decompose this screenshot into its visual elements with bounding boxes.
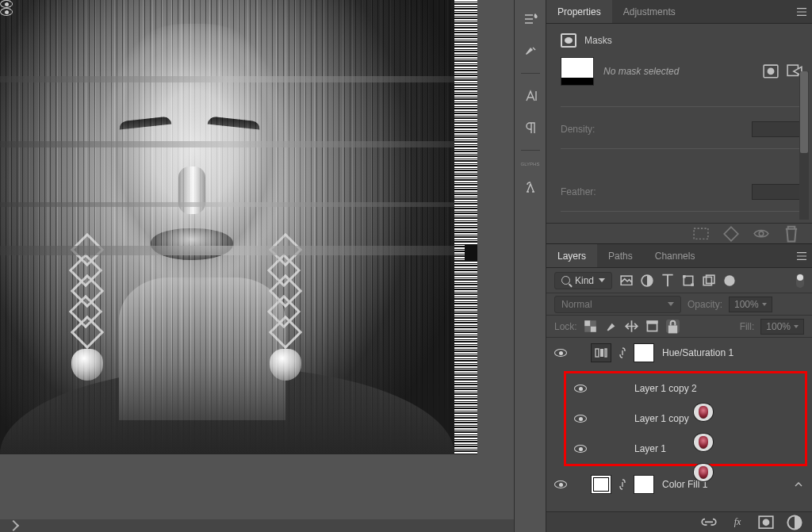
opacity-value-input[interactable]: 100% — [729, 297, 772, 312]
layer-row[interactable]: Color Fill 1 — [546, 469, 812, 499]
brush-settings-icon[interactable] — [519, 8, 542, 30]
svg-rect-15 — [590, 320, 596, 326]
chevron-down-icon — [599, 278, 605, 282]
lock-all-icon[interactable] — [666, 320, 680, 333]
panel-menu-icon[interactable] — [791, 0, 812, 23]
tab-paths[interactable]: Paths — [597, 244, 644, 267]
chevron-down-icon — [668, 302, 674, 306]
svg-rect-17 — [647, 323, 657, 331]
tab-adjustments[interactable]: Adjustments — [612, 0, 687, 23]
svg-rect-19 — [668, 325, 677, 333]
feather-value[interactable] — [752, 184, 802, 200]
tab-layers[interactable]: Layers — [546, 244, 597, 267]
filter-pixel-layers-icon[interactable] — [620, 274, 633, 287]
load-selection-from-mask-icon[interactable] — [693, 227, 709, 241]
filter-shape-layers-icon[interactable] — [682, 274, 695, 287]
search-icon — [561, 276, 570, 285]
add-layer-mask-icon[interactable] — [758, 515, 774, 530]
density-value[interactable] — [752, 121, 802, 137]
svg-rect-22 — [605, 349, 607, 357]
properties-scrollbar[interactable] — [799, 71, 809, 220]
layer-name: Layer 1 — [634, 443, 666, 454]
lock-label: Lock: — [554, 321, 577, 332]
layer-thumb — [693, 403, 714, 422]
layer-mask-thumb[interactable] — [634, 343, 654, 362]
filter-artboard-icon[interactable] — [723, 274, 736, 287]
canvas-right-margin-noise — [454, 0, 477, 454]
link-layers-icon[interactable] — [701, 515, 717, 530]
layer-list: Hue/Saturation 1 Layer 1 copy 2 Layer 1 … — [546, 338, 812, 511]
link-mask-icon[interactable] — [619, 347, 626, 358]
svg-rect-14 — [590, 327, 596, 332]
layer-row[interactable]: Layer 1 copy 2 — [566, 373, 805, 404]
svg-rect-8 — [683, 275, 685, 277]
disable-mask-icon[interactable] — [753, 227, 769, 241]
right-panel-column: Properties Adjustments Masks No mask sel… — [546, 0, 812, 532]
tab-channels[interactable]: Channels — [644, 244, 707, 267]
glyphs-panel-label: GLYPHS — [521, 162, 540, 167]
paragraph-panel-icon[interactable] — [519, 117, 542, 139]
layer-row[interactable]: Layer 1 copy — [566, 404, 805, 434]
document-image — [0, 0, 454, 454]
apply-mask-icon[interactable] — [723, 227, 739, 241]
layer-filter-toggle[interactable] — [796, 274, 804, 288]
visibility-eye-icon[interactable] — [574, 385, 587, 392]
visibility-eye-icon[interactable] — [574, 415, 587, 423]
svg-point-12 — [724, 275, 734, 285]
svg-point-4 — [759, 232, 764, 236]
glyphs-panel-icon[interactable] — [519, 177, 542, 199]
document-canvas[interactable] — [0, 0, 477, 454]
layer-style-icon[interactable]: fx — [730, 515, 745, 530]
svg-rect-18 — [646, 320, 658, 323]
opacity-label: Opacity: — [688, 299, 722, 310]
layer-filter-kind-dropdown[interactable]: Kind — [554, 272, 612, 289]
density-label: Density: — [561, 124, 595, 135]
tab-properties[interactable]: Properties — [546, 0, 612, 23]
chevron-right-icon[interactable] — [8, 520, 19, 531]
lock-artboard-nesting-icon[interactable] — [645, 320, 659, 333]
svg-point-24 — [763, 519, 770, 526]
layer-thumb — [693, 463, 714, 482]
visibility-eye-icon[interactable] — [574, 445, 587, 453]
svg-rect-13 — [584, 320, 590, 326]
svg-rect-20 — [596, 349, 599, 357]
feather-label: Feather: — [561, 186, 596, 197]
layer-filter-kind-label: Kind — [575, 275, 594, 286]
blend-mode-dropdown[interactable]: Normal — [554, 296, 681, 313]
panel-menu-icon[interactable] — [791, 244, 812, 267]
layer-mask-thumb[interactable] — [634, 475, 654, 494]
visibility-eye-icon[interactable] — [554, 480, 567, 488]
layer-name: Layer 1 copy — [634, 413, 689, 424]
layer-row[interactable]: Layer 1 — [566, 434, 805, 464]
visibility-eye-icon[interactable] — [554, 349, 567, 357]
lock-transparent-pixels-icon[interactable] — [584, 320, 597, 333]
mask-preview-thumb — [561, 57, 594, 86]
no-mask-selected-text: No mask selected — [603, 66, 679, 77]
masks-section-label: Masks — [584, 35, 612, 46]
highlighted-layer-group: Layer 1 copy 2 Layer 1 copy Layer 1 — [564, 371, 807, 466]
add-pixel-mask-icon[interactable] — [763, 64, 779, 78]
layer-row[interactable]: Hue/Saturation 1 — [546, 338, 812, 368]
layer-collapse-icon[interactable] — [793, 479, 804, 490]
filter-adjustment-layers-icon[interactable] — [641, 274, 653, 287]
link-mask-icon[interactable] — [619, 479, 626, 490]
layer-name: Hue/Saturation 1 — [662, 347, 733, 358]
horizontal-scrollbar[interactable] — [0, 519, 514, 532]
layer-name: Layer 1 copy 2 — [634, 383, 697, 394]
blend-mode-value: Normal — [561, 299, 592, 310]
fill-layer-thumb — [591, 475, 611, 494]
mask-type-icon — [561, 33, 576, 48]
chevron-down-icon — [794, 325, 799, 328]
layer-thumb — [693, 433, 714, 452]
lock-image-pixels-icon[interactable] — [604, 320, 618, 333]
filter-smartobject-layers-icon[interactable] — [703, 274, 715, 287]
fill-value-input[interactable]: 100% — [760, 319, 804, 335]
delete-mask-icon[interactable] — [783, 227, 799, 241]
brushes-icon[interactable] — [519, 40, 542, 62]
collapsed-panel-dock: GLYPHS — [514, 0, 546, 532]
lock-position-icon[interactable] — [625, 320, 638, 333]
adjustment-layer-thumb — [591, 343, 611, 362]
character-panel-icon[interactable] — [519, 85, 542, 107]
filter-type-layers-icon[interactable] — [661, 274, 674, 287]
new-adjustment-layer-icon[interactable] — [787, 515, 802, 530]
